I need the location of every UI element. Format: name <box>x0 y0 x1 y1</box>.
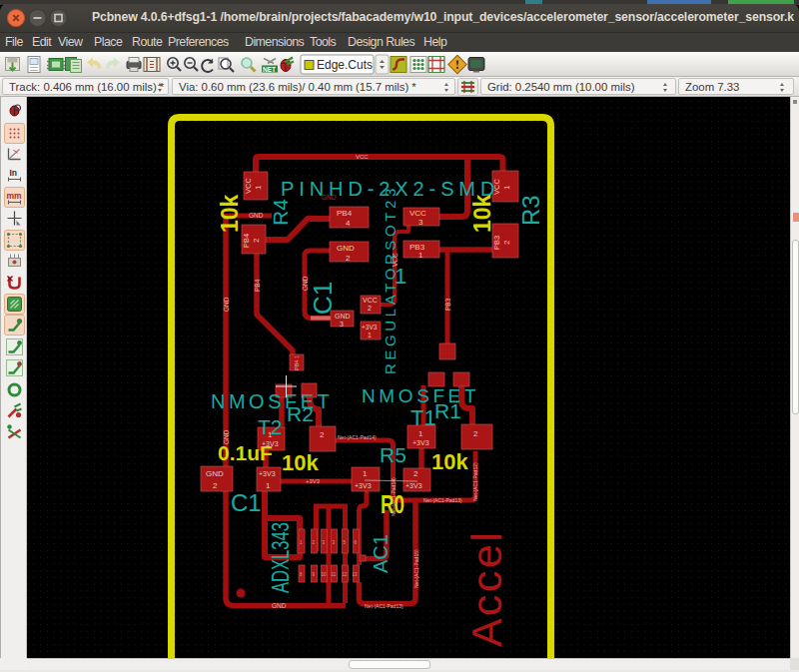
svg-text:PB3: PB3 <box>492 236 501 250</box>
svg-text:VCC: VCC <box>244 178 253 194</box>
svg-text:GND: GND <box>337 244 355 253</box>
svg-text:VCC: VCC <box>363 297 378 304</box>
svg-text:12: 12 <box>343 572 349 577</box>
svg-text:GND: GND <box>322 194 337 201</box>
svg-text:REGULATORSOT23: REGULATORSOT23 <box>382 185 399 374</box>
svg-text:3: 3 <box>418 218 423 227</box>
svg-text:+3V3: +3V3 <box>355 482 372 489</box>
svg-text:GND: GND <box>223 297 230 312</box>
svg-text:NMOSFET: NMOSFET <box>362 385 479 406</box>
svg-text:Net-(AC1-Pad14): Net-(AC1-Pad14) <box>391 477 397 516</box>
svg-text:VCC: VCC <box>392 253 399 267</box>
svg-text:1: 1 <box>418 429 423 438</box>
svg-text:GND: GND <box>302 276 309 291</box>
svg-text:R3: R3 <box>517 195 544 226</box>
svg-text:Net-(AC1-Pad13): Net-(AC1-Pad13) <box>365 603 403 609</box>
svg-text:VCC: VCC <box>356 154 369 160</box>
svg-text:Accel: Accel <box>462 530 510 647</box>
svg-text:13: 13 <box>353 572 359 577</box>
svg-text:10k: 10k <box>431 449 468 474</box>
svg-text:PB4 1: PB4 1 <box>294 355 300 370</box>
svg-text:NET: NET <box>263 66 276 73</box>
svg-text:In: In <box>10 168 18 178</box>
svg-text:10k: 10k <box>469 194 495 233</box>
svg-text:R2: R2 <box>287 402 314 425</box>
svg-text:1: 1 <box>268 430 273 439</box>
svg-text:10k: 10k <box>282 450 319 475</box>
svg-text:11: 11 <box>332 572 337 577</box>
svg-text:+3V3: +3V3 <box>262 440 279 447</box>
svg-text:2: 2 <box>368 305 372 312</box>
svg-text:mm: mm <box>7 191 23 201</box>
svg-text:1: 1 <box>266 481 271 490</box>
svg-text:ADXL343: ADXL343 <box>267 522 294 593</box>
svg-text:PB4: PB4 <box>242 234 251 248</box>
svg-text:1: 1 <box>254 185 263 190</box>
svg-text:Net-(AC1-Pad15): Net-(AC1-Pad15) <box>413 549 419 588</box>
svg-text:R5: R5 <box>380 443 406 466</box>
svg-text:Net-(AC1-Pad14): Net-(AC1-Pad14) <box>338 434 377 440</box>
svg-text:4: 4 <box>346 219 351 228</box>
svg-text:+3V3: +3V3 <box>306 478 321 484</box>
svg-text:2: 2 <box>473 429 478 438</box>
svg-text:VCC: VCC <box>409 209 426 218</box>
svg-text:C1: C1 <box>231 489 262 516</box>
svg-text:1: 1 <box>502 185 511 190</box>
svg-text:+3V3: +3V3 <box>412 439 429 446</box>
svg-text:2: 2 <box>320 430 325 439</box>
svg-text:Net-(AC1-Pad12): Net-(AC1-Pad12) <box>472 462 478 501</box>
svg-text:2: 2 <box>252 238 261 243</box>
svg-text:2: 2 <box>413 469 418 478</box>
svg-text:AC1: AC1 <box>370 534 392 573</box>
svg-text:3: 3 <box>340 321 344 328</box>
svg-text:PB4: PB4 <box>254 279 261 292</box>
svg-text:Net-(AC1-Pad13): Net-(AC1-Pad13) <box>423 497 462 503</box>
svg-text:T1: T1 <box>410 405 436 430</box>
svg-text:1: 1 <box>368 332 372 338</box>
svg-text:R4: R4 <box>269 199 292 226</box>
svg-text:1: 1 <box>363 469 368 478</box>
svg-text:GND: GND <box>335 313 351 320</box>
svg-text:C1: C1 <box>308 282 338 315</box>
svg-text:GND: GND <box>272 602 287 609</box>
svg-text:+3V3: +3V3 <box>405 482 422 489</box>
svg-text:10: 10 <box>322 572 328 577</box>
svg-text:+3V3: +3V3 <box>362 324 378 331</box>
svg-text:NMOSFET: NMOSFET <box>211 390 333 412</box>
svg-text:GND: GND <box>249 212 264 219</box>
svg-text:VCC: VCC <box>492 179 501 195</box>
svg-text:PB3: PB3 <box>444 298 451 311</box>
svg-text:1: 1 <box>418 251 423 260</box>
svg-text:2: 2 <box>346 254 351 263</box>
svg-text:10k: 10k <box>217 194 243 233</box>
svg-text:GND: GND <box>206 469 224 478</box>
svg-text:+3V3: +3V3 <box>259 470 276 477</box>
svg-text:2: 2 <box>502 240 511 245</box>
svg-text:GND: GND <box>223 429 230 444</box>
svg-text:R1: R1 <box>434 399 461 422</box>
svg-text:Edge.Cuts: Edge.Cuts <box>317 58 373 72</box>
svg-text:2: 2 <box>213 481 218 490</box>
svg-text:PB4: PB4 <box>337 209 353 218</box>
